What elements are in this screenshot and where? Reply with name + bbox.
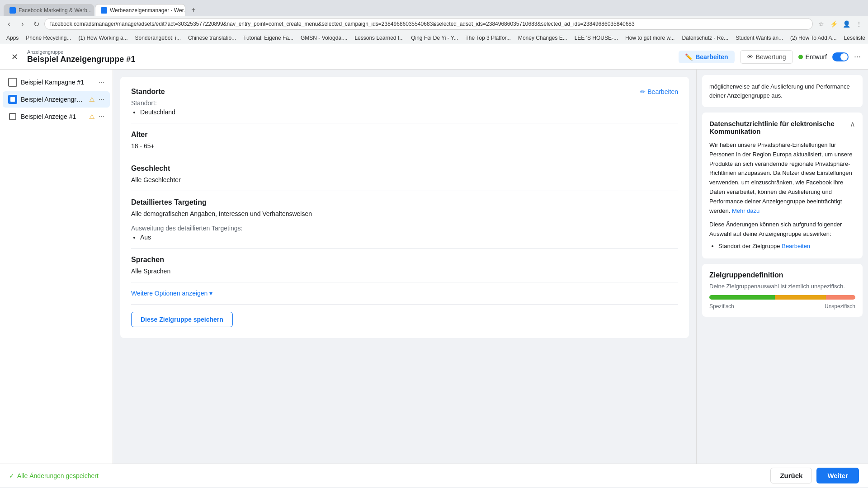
bottom-bar: ✓ Alle Änderungen gespeichert Zurück Wei… [0, 464, 868, 487]
close-button[interactable]: ✕ [7, 50, 22, 64]
sprachen-value: Alle Sprachen [131, 267, 678, 275]
header-title-group: Anzeigengruppe Beispiel Anzeigengruppe #… [27, 49, 135, 64]
forward-button[interactable]: › [17, 19, 28, 29]
main-content: Beispiel Kampagne #1 ··· Beispiel Anzeig… [0, 70, 868, 464]
zielgruppen-title: Zielgruppendefinition [709, 271, 855, 279]
mehr-dazu-link[interactable]: Mehr dazu [732, 207, 760, 214]
geschlecht-section-title: Geschlecht [131, 164, 678, 173]
weitere-optionen-label: Weitere Optionen anzeigen [131, 290, 208, 297]
star-icon[interactable]: ☆ [816, 19, 826, 29]
save-zielgruppe-label: Diese Zielgruppe speichern [141, 316, 223, 323]
bookmark-8[interactable]: Qing Fei De Yi - Y... [408, 34, 461, 42]
alter-value: 18 - 65+ [131, 142, 678, 150]
weiter-button[interactable]: Weiter [816, 468, 859, 483]
bookmark-12[interactable]: How to get more w... [623, 34, 677, 42]
zielgruppen-subtitle: Deine Zielgruppenauswahl ist ziemlich un… [709, 283, 855, 290]
targeting-section-title: Detailliertes Targeting [131, 198, 678, 206]
datenschutz-title: Datenschutzrichtlinie für elektronische … [709, 120, 850, 135]
bookmark-11[interactable]: LEE 'S HOUSE-... [572, 34, 621, 42]
sidebar-item-adgroup[interactable]: Beispiel Anzeigengrupp... ⚠ ··· [3, 91, 110, 108]
divider-1 [131, 123, 678, 123]
bewertung-label: Bewertung [756, 53, 786, 61]
browser-toolbar: ‹ › ↻ ☆ ⚡ 👤 ⋮ [0, 16, 868, 32]
bookmark-1[interactable]: Phone Recycling... [23, 34, 74, 42]
sidebar-dots-adgroup[interactable]: ··· [99, 95, 104, 103]
divider-3 [131, 191, 678, 191]
bookmark-15[interactable]: (2) How To Add A... [788, 34, 840, 42]
sidebar-item-campaign[interactable]: Beispiel Kampagne #1 ··· [3, 74, 110, 90]
datenschutz-header: Datenschutzrichtlinie für elektronische … [709, 120, 855, 135]
datenschutz-list-item: Standort der Zielgruppe Bearbeiten [718, 243, 855, 249]
tab-favicon-2 [101, 7, 107, 14]
tab-favicon-1 [9, 7, 16, 14]
audience-bar [709, 295, 855, 300]
save-zielgruppe-button[interactable]: Diese Zielgruppe speichern [131, 312, 233, 327]
top-header: ✕ Anzeigengruppe Beispiel Anzeigengruppe… [0, 44, 868, 70]
standorte-bearbeiten-button[interactable]: ✏ Bearbeiten [640, 88, 678, 95]
bewertung-button[interactable]: 👁 Bewertung [740, 50, 793, 64]
bookmark-7[interactable]: Lessons Learned f... [352, 34, 406, 42]
bookmark-6[interactable]: GMSN - Vologda,... [298, 34, 350, 42]
toggle-switch[interactable] [832, 52, 849, 61]
sidebar: Beispiel Kampagne #1 ··· Beispiel Anzeig… [0, 70, 113, 464]
pencil-icon: ✏️ [685, 53, 693, 61]
sidebar-label-adgroup: Beispiel Anzeigengrupp... [21, 96, 85, 103]
back-button[interactable]: ‹ [4, 19, 14, 29]
eye-icon: 👁 [747, 53, 753, 61]
geschlecht-title-text: Geschlecht [131, 164, 170, 173]
label-unspezifisch: Unspezifisch [825, 303, 855, 310]
new-tab-button[interactable]: + [187, 4, 200, 16]
toolbar-actions: ☆ ⚡ 👤 ⋮ [816, 19, 864, 29]
pencil-small-icon: ✏ [640, 88, 646, 95]
menu-icon[interactable]: ⋮ [854, 19, 864, 29]
datenschutz-paragraph2: Diese Änderungen können sich aufgrund fo… [709, 220, 855, 239]
collapse-button[interactable]: ∧ [850, 120, 855, 128]
divider-6 [131, 304, 678, 305]
audience-labels: Spezifisch Unspezifisch [709, 303, 855, 310]
targeting-title-text: Detailliertes Targeting [131, 198, 207, 206]
standort-bearbeiten-link[interactable]: Bearbeiten [782, 243, 810, 249]
bookmark-13[interactable]: Datenschutz - Re... [679, 34, 731, 42]
bookmark-9[interactable]: The Top 3 Platfor... [462, 34, 514, 42]
entwurf-label: Entwurf [806, 53, 827, 61]
sidebar-dots-ad[interactable]: ··· [99, 113, 104, 121]
browser-tab-2[interactable]: Werbeanzeigenmanager - Wer... ✕ [95, 4, 185, 16]
sidebar-item-ad[interactable]: Beispiel Anzeige #1 ⚠ ··· [3, 108, 110, 125]
sidebar-warning-adgroup: ⚠ [89, 96, 95, 103]
bookmark-4[interactable]: Chinese translatio... [185, 34, 239, 42]
sidebar-warning-ad: ⚠ [89, 113, 95, 120]
more-options-button[interactable]: ··· [854, 52, 861, 61]
address-bar[interactable] [44, 18, 813, 30]
bearbeiten-label: Bearbeiten [695, 53, 728, 61]
bookmark-3[interactable]: Sonderangebot: i... [132, 34, 184, 42]
toggle-knob [840, 53, 848, 61]
bookmarks-bar: Apps Phone Recycling... (1) How Working … [0, 32, 868, 44]
zuruck-button[interactable]: Zurück [770, 468, 812, 483]
datenschutz-paragraph1: Wir haben unsere Privatsphäre-Einstellun… [709, 141, 855, 216]
label-spezifisch: Spezifisch [709, 303, 734, 310]
bookmark-leseliste[interactable]: Leseliste [841, 34, 868, 42]
ausweitung-value: Aus [131, 234, 678, 241]
standorte-section-title: Standorte ✏ Bearbeiten [131, 88, 678, 96]
bearbeiten-button[interactable]: ✏️ Bearbeiten [679, 51, 734, 63]
zielgruppen-card: Zielgruppendefinition Deine Zielgruppena… [702, 264, 863, 317]
status-dot [798, 55, 803, 59]
center-content: Standorte ✏ Bearbeiten Standort: Deutsch… [113, 70, 696, 464]
bookmark-14[interactable]: Student Wants an... [733, 34, 786, 42]
bookmark-apps[interactable]: Apps [4, 34, 21, 42]
reload-button[interactable]: ↻ [31, 19, 42, 29]
extension-icon[interactable]: ⚡ [828, 19, 839, 29]
weitere-optionen-button[interactable]: Weitere Optionen anzeigen ▾ [131, 290, 212, 297]
standort-label: Standort: [131, 99, 678, 107]
bookmark-10[interactable]: Money Changes E... [515, 34, 570, 42]
bottom-actions: Zurück Weiter [770, 468, 859, 483]
profile-icon[interactable]: 👤 [841, 19, 852, 29]
sidebar-dots-campaign[interactable]: ··· [99, 78, 104, 86]
header-main-title: Beispiel Anzeigengruppe #1 [27, 55, 135, 64]
bookmark-2[interactable]: (1) How Working a... [75, 34, 130, 42]
browser-tab-1[interactable]: Facebook Marketing & Werb... ✕ [4, 4, 94, 16]
bookmark-5[interactable]: Tutorial: Eigene Fa... [241, 34, 296, 42]
chevron-down-icon: ▾ [209, 290, 212, 297]
right-panel: möglicherweise auf die Auslieferung und … [696, 70, 868, 464]
datenschutz-card: Datenschutzrichtlinie für elektronische … [702, 113, 863, 258]
